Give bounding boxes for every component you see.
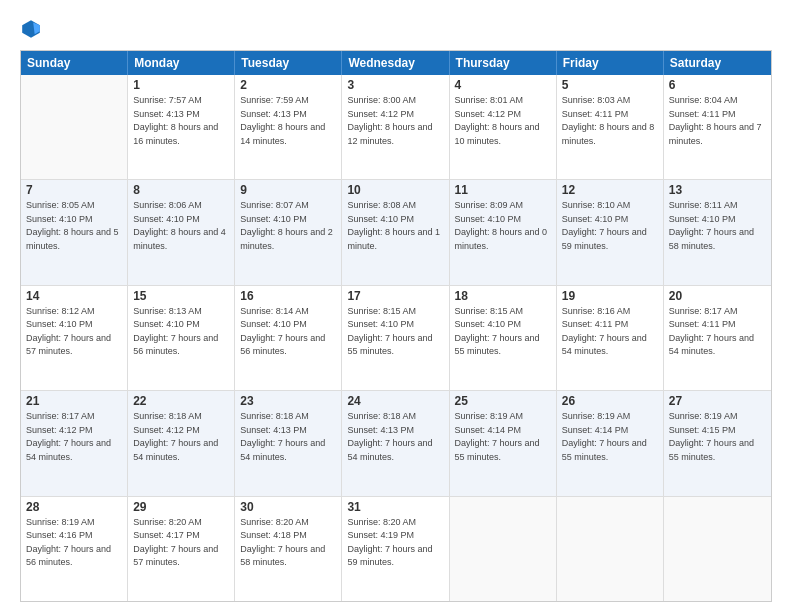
day-info: Sunrise: 8:20 AMSunset: 4:18 PMDaylight:… <box>240 516 336 570</box>
calendar-cell: 26Sunrise: 8:19 AMSunset: 4:14 PMDayligh… <box>557 391 664 495</box>
calendar-cell: 18Sunrise: 8:15 AMSunset: 4:10 PMDayligh… <box>450 286 557 390</box>
day-number: 9 <box>240 183 336 197</box>
day-info: Sunrise: 8:04 AMSunset: 4:11 PMDaylight:… <box>669 94 766 148</box>
calendar-cell: 2Sunrise: 7:59 AMSunset: 4:13 PMDaylight… <box>235 75 342 179</box>
day-info: Sunrise: 8:15 AMSunset: 4:10 PMDaylight:… <box>347 305 443 359</box>
day-info: Sunrise: 8:19 AMSunset: 4:14 PMDaylight:… <box>455 410 551 464</box>
day-number: 8 <box>133 183 229 197</box>
calendar-cell: 31Sunrise: 8:20 AMSunset: 4:19 PMDayligh… <box>342 497 449 601</box>
calendar-cell: 28Sunrise: 8:19 AMSunset: 4:16 PMDayligh… <box>21 497 128 601</box>
calendar-cell <box>664 497 771 601</box>
weekday-header: Monday <box>128 51 235 75</box>
day-info: Sunrise: 8:03 AMSunset: 4:11 PMDaylight:… <box>562 94 658 148</box>
calendar-row: 21Sunrise: 8:17 AMSunset: 4:12 PMDayligh… <box>21 391 771 496</box>
calendar-cell: 3Sunrise: 8:00 AMSunset: 4:12 PMDaylight… <box>342 75 449 179</box>
day-info: Sunrise: 8:08 AMSunset: 4:10 PMDaylight:… <box>347 199 443 253</box>
day-number: 4 <box>455 78 551 92</box>
day-info: Sunrise: 8:10 AMSunset: 4:10 PMDaylight:… <box>562 199 658 253</box>
calendar-cell: 8Sunrise: 8:06 AMSunset: 4:10 PMDaylight… <box>128 180 235 284</box>
day-number: 28 <box>26 500 122 514</box>
day-info: Sunrise: 8:13 AMSunset: 4:10 PMDaylight:… <box>133 305 229 359</box>
day-number: 12 <box>562 183 658 197</box>
calendar-header: SundayMondayTuesdayWednesdayThursdayFrid… <box>21 51 771 75</box>
day-info: Sunrise: 8:06 AMSunset: 4:10 PMDaylight:… <box>133 199 229 253</box>
day-info: Sunrise: 7:57 AMSunset: 4:13 PMDaylight:… <box>133 94 229 148</box>
day-number: 14 <box>26 289 122 303</box>
calendar-cell: 27Sunrise: 8:19 AMSunset: 4:15 PMDayligh… <box>664 391 771 495</box>
day-number: 18 <box>455 289 551 303</box>
day-info: Sunrise: 8:16 AMSunset: 4:11 PMDaylight:… <box>562 305 658 359</box>
day-number: 6 <box>669 78 766 92</box>
day-info: Sunrise: 8:09 AMSunset: 4:10 PMDaylight:… <box>455 199 551 253</box>
day-number: 23 <box>240 394 336 408</box>
day-info: Sunrise: 8:17 AMSunset: 4:12 PMDaylight:… <box>26 410 122 464</box>
day-number: 31 <box>347 500 443 514</box>
calendar-cell: 22Sunrise: 8:18 AMSunset: 4:12 PMDayligh… <box>128 391 235 495</box>
day-info: Sunrise: 8:18 AMSunset: 4:13 PMDaylight:… <box>240 410 336 464</box>
calendar-cell: 21Sunrise: 8:17 AMSunset: 4:12 PMDayligh… <box>21 391 128 495</box>
day-info: Sunrise: 7:59 AMSunset: 4:13 PMDaylight:… <box>240 94 336 148</box>
day-info: Sunrise: 8:17 AMSunset: 4:11 PMDaylight:… <box>669 305 766 359</box>
day-number: 25 <box>455 394 551 408</box>
day-info: Sunrise: 8:19 AMSunset: 4:15 PMDaylight:… <box>669 410 766 464</box>
day-number: 10 <box>347 183 443 197</box>
calendar-cell: 10Sunrise: 8:08 AMSunset: 4:10 PMDayligh… <box>342 180 449 284</box>
calendar-body: 1Sunrise: 7:57 AMSunset: 4:13 PMDaylight… <box>21 75 771 601</box>
weekday-header: Tuesday <box>235 51 342 75</box>
day-info: Sunrise: 8:01 AMSunset: 4:12 PMDaylight:… <box>455 94 551 148</box>
calendar-cell: 30Sunrise: 8:20 AMSunset: 4:18 PMDayligh… <box>235 497 342 601</box>
day-number: 21 <box>26 394 122 408</box>
calendar-cell <box>21 75 128 179</box>
calendar-cell: 7Sunrise: 8:05 AMSunset: 4:10 PMDaylight… <box>21 180 128 284</box>
day-number: 15 <box>133 289 229 303</box>
calendar-cell: 16Sunrise: 8:14 AMSunset: 4:10 PMDayligh… <box>235 286 342 390</box>
weekday-header: Friday <box>557 51 664 75</box>
header <box>20 18 772 40</box>
day-number: 16 <box>240 289 336 303</box>
day-info: Sunrise: 8:19 AMSunset: 4:16 PMDaylight:… <box>26 516 122 570</box>
calendar-row: 1Sunrise: 7:57 AMSunset: 4:13 PMDaylight… <box>21 75 771 180</box>
logo-icon <box>20 18 42 40</box>
day-info: Sunrise: 8:15 AMSunset: 4:10 PMDaylight:… <box>455 305 551 359</box>
day-number: 20 <box>669 289 766 303</box>
weekday-header: Sunday <box>21 51 128 75</box>
calendar-cell: 6Sunrise: 8:04 AMSunset: 4:11 PMDaylight… <box>664 75 771 179</box>
calendar-cell: 23Sunrise: 8:18 AMSunset: 4:13 PMDayligh… <box>235 391 342 495</box>
calendar-cell: 25Sunrise: 8:19 AMSunset: 4:14 PMDayligh… <box>450 391 557 495</box>
calendar-cell <box>450 497 557 601</box>
calendar-cell: 24Sunrise: 8:18 AMSunset: 4:13 PMDayligh… <box>342 391 449 495</box>
logo <box>20 18 46 40</box>
day-number: 13 <box>669 183 766 197</box>
day-number: 7 <box>26 183 122 197</box>
day-info: Sunrise: 8:14 AMSunset: 4:10 PMDaylight:… <box>240 305 336 359</box>
day-info: Sunrise: 8:12 AMSunset: 4:10 PMDaylight:… <box>26 305 122 359</box>
calendar-cell: 9Sunrise: 8:07 AMSunset: 4:10 PMDaylight… <box>235 180 342 284</box>
page: SundayMondayTuesdayWednesdayThursdayFrid… <box>0 0 792 612</box>
calendar-cell: 29Sunrise: 8:20 AMSunset: 4:17 PMDayligh… <box>128 497 235 601</box>
calendar-cell: 17Sunrise: 8:15 AMSunset: 4:10 PMDayligh… <box>342 286 449 390</box>
day-info: Sunrise: 8:11 AMSunset: 4:10 PMDaylight:… <box>669 199 766 253</box>
calendar-cell: 14Sunrise: 8:12 AMSunset: 4:10 PMDayligh… <box>21 286 128 390</box>
day-number: 27 <box>669 394 766 408</box>
day-number: 24 <box>347 394 443 408</box>
day-info: Sunrise: 8:07 AMSunset: 4:10 PMDaylight:… <box>240 199 336 253</box>
calendar-cell: 11Sunrise: 8:09 AMSunset: 4:10 PMDayligh… <box>450 180 557 284</box>
weekday-header: Thursday <box>450 51 557 75</box>
day-info: Sunrise: 8:19 AMSunset: 4:14 PMDaylight:… <box>562 410 658 464</box>
calendar: SundayMondayTuesdayWednesdayThursdayFrid… <box>20 50 772 602</box>
day-number: 17 <box>347 289 443 303</box>
day-info: Sunrise: 8:20 AMSunset: 4:17 PMDaylight:… <box>133 516 229 570</box>
calendar-cell: 5Sunrise: 8:03 AMSunset: 4:11 PMDaylight… <box>557 75 664 179</box>
day-number: 19 <box>562 289 658 303</box>
day-number: 2 <box>240 78 336 92</box>
day-info: Sunrise: 8:18 AMSunset: 4:13 PMDaylight:… <box>347 410 443 464</box>
day-number: 26 <box>562 394 658 408</box>
day-number: 30 <box>240 500 336 514</box>
day-number: 5 <box>562 78 658 92</box>
day-number: 11 <box>455 183 551 197</box>
calendar-cell <box>557 497 664 601</box>
calendar-row: 14Sunrise: 8:12 AMSunset: 4:10 PMDayligh… <box>21 286 771 391</box>
calendar-cell: 19Sunrise: 8:16 AMSunset: 4:11 PMDayligh… <box>557 286 664 390</box>
day-number: 3 <box>347 78 443 92</box>
weekday-header: Wednesday <box>342 51 449 75</box>
